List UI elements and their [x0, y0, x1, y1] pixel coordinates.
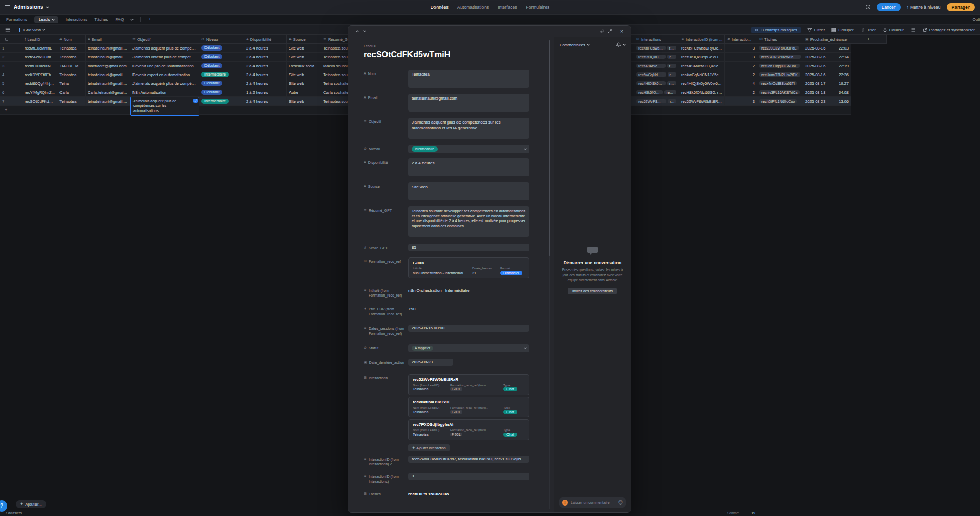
row-number-cell[interactable]: 5	[0, 79, 22, 88]
cell-taches[interactable]: rec5SURSP0lvW8hGE	[757, 53, 803, 61]
cell-taches[interactable]: recx4nOs8B8bg03Tl	[757, 79, 803, 88]
cell-interactions[interactable]: rec4HlQj8k0y5W0w6rec7	[634, 79, 679, 88]
row-number-cell[interactable]: 4	[0, 70, 22, 79]
add-column-button[interactable]: +	[851, 35, 887, 43]
view-picker[interactable]: Grid view	[17, 28, 45, 32]
comment-input[interactable]: ! Laisser un commentaire ☺	[559, 497, 626, 508]
cell-source[interactable]: Site web	[287, 79, 321, 88]
cell-echeance[interactable]: 2025-08-1622:14	[803, 53, 851, 61]
cell-taches[interactable]: recJdhT8gguuGNDaE	[757, 62, 803, 70]
add-interaction-button[interactable]: + Ajouter interaction	[408, 444, 450, 451]
cell-email[interactable]: teinateinauri@gmail.com	[86, 79, 130, 88]
column-header-objectif[interactable]: ≡Objectif	[130, 35, 199, 43]
cell-leadid[interactable]: recteAcWOOmg...	[22, 53, 57, 61]
tab-interfaces[interactable]: Interfaces	[498, 5, 517, 10]
views-sidebar-icon[interactable]	[6, 28, 10, 32]
cell-interactions[interactable]: recs9x3QkDYpGeYOWrecS	[634, 53, 679, 61]
cell-interaction-ids[interactable]: rec52WvF8W0bBt8RxR, recv...	[679, 97, 725, 105]
cell-niveau[interactable]: Intermédiaire	[199, 70, 244, 79]
taches-value[interactable]: rechDiPfL1N60oCuo	[408, 490, 529, 496]
cell-niveau[interactable]: Débutant	[199, 53, 244, 61]
cell-interaction-count[interactable]: 3	[725, 53, 757, 61]
share-button[interactable]: Partager	[947, 3, 975, 11]
cell-niveau[interactable]: Débutant	[199, 44, 244, 52]
bell-icon[interactable]	[616, 42, 621, 47]
interaction-count-input[interactable]: 3	[408, 473, 529, 480]
tab-automatisations[interactable]: Automatisations	[457, 5, 489, 10]
cell-objectif[interactable]: Devenir une pro de l'automatisation	[130, 62, 199, 70]
row-number-cell[interactable]: 1	[0, 44, 22, 52]
cell-interaction-count[interactable]: 2	[725, 62, 757, 70]
cell-interaction-count[interactable]: 2	[725, 70, 757, 79]
invite-collaborators-button[interactable]: Inviter des collaborateurs	[568, 288, 617, 294]
tab-donnees[interactable]: Données	[431, 5, 449, 10]
tab-formulaires[interactable]: Formulaires	[526, 5, 549, 10]
row-number-cell[interactable]: 2	[0, 53, 22, 61]
cell-dispo[interactable]: 2 à 4 heures	[244, 70, 287, 79]
interaction-ids-input[interactable]: rec52WvF8W0bBt8RxR, recv8ktibaH9kTx0l, r…	[408, 456, 529, 463]
tables-menu-icon[interactable]	[131, 18, 134, 21]
cell-dispo[interactable]: 2 à 4 heures	[244, 79, 287, 88]
emoji-icon[interactable]: ☺	[618, 500, 623, 505]
cell-echeance[interactable]: 2025-08-1804:08	[803, 88, 851, 96]
cell-objectif[interactable]: J'aimerais acquérir plus de compétences …	[130, 44, 199, 52]
cell-taches[interactable]: rechDiPfL1N60oCuo	[757, 97, 803, 105]
copy-record-link-button[interactable]	[599, 28, 606, 35]
row-number-cell[interactable]: 7	[0, 97, 22, 105]
cell-email[interactable]: teinateinauri@gmail.com	[86, 53, 130, 61]
cell-niveau[interactable]: Débutant	[199, 62, 244, 70]
filter-button[interactable]: Filtrer	[807, 28, 825, 32]
table-tab-interactions[interactable]: Interactions	[66, 17, 87, 22]
cell-leadid[interactable]: recSOtCdFKd5wT...	[22, 97, 57, 105]
tools-label[interactable]: Outils	[973, 17, 980, 22]
cell-nom[interactable]: TIAORE Max...	[57, 62, 86, 70]
row-number-cell[interactable]: 6	[0, 88, 22, 96]
previous-record-button[interactable]	[354, 28, 361, 35]
cell-interaction-ids[interactable]: recXbFCswbsURyUez, recO...	[679, 44, 725, 52]
cell-taches[interactable]: recUumO3N2lUw2tDK	[757, 70, 803, 79]
cell-objectif[interactable]: J'aimerais acquérir plus de compétences.…	[130, 79, 199, 88]
history-icon[interactable]	[865, 4, 871, 10]
column-header-email[interactable]: AEmail	[86, 35, 130, 43]
cell-source[interactable]: Autre	[287, 88, 321, 96]
cell-interaction-ids[interactable]: recs9x3QkDYpGeYOW, rec...	[679, 53, 725, 61]
cell-nom[interactable]: Teinaotea	[57, 70, 86, 79]
cell-dispo[interactable]: 2 à 4 heures	[244, 97, 287, 105]
objectif-input[interactable]: J'aimerais acquérir plus de compétences …	[408, 118, 529, 139]
cell-interaction-count[interactable]: 4	[725, 79, 757, 88]
cell-nom[interactable]: Teina	[57, 79, 86, 88]
formation-card[interactable]: F-003 Intitulén8n Orchestration - Interm…	[408, 257, 529, 278]
cell-nom[interactable]: Teinaotea	[57, 53, 86, 61]
dispo-input[interactable]: 2 à 4 heures	[408, 158, 529, 176]
cell-interaction-count[interactable]: 3	[725, 97, 757, 105]
column-header-interaction-id[interactable]: ∗InteractionID (from ...	[679, 35, 725, 43]
chevron-down-icon[interactable]	[623, 43, 626, 46]
statut-select[interactable]: À rappeler	[408, 344, 529, 352]
score-gpt-input[interactable]: 85	[408, 244, 529, 251]
cell-leadid[interactable]: recbi86Qg44hjO...	[22, 79, 57, 88]
select-all-cell[interactable]	[0, 35, 22, 43]
cell-email[interactable]: Carla.teinauri@gmail.com	[86, 88, 130, 96]
interaction-card[interactable]: rec7FXOSdjlbgyhsVr Nom (from LeadID)Tein…	[408, 419, 529, 440]
cell-source[interactable]: Site web	[287, 97, 321, 105]
date-derniere-action-input[interactable]: 2025-08-23	[408, 359, 453, 366]
cell-interactions[interactable]: recXbFCswbsURyUezrecO	[634, 44, 679, 52]
launch-button[interactable]: Lancer	[877, 3, 901, 11]
close-record-button[interactable]: ×	[618, 28, 625, 35]
cell-email[interactable]: teinateinauri@gmail.com	[86, 44, 130, 52]
color-button[interactable]: Couleur	[882, 28, 904, 32]
base-title[interactable]: Admissions	[14, 4, 43, 10]
niveau-select[interactable]: Intermédiaire	[408, 145, 529, 153]
hidden-fields-button[interactable]: 3 champs masqués	[751, 27, 800, 33]
cell-objectif[interactable]: N8n Automatisation	[130, 88, 199, 96]
share-sync-button[interactable]: Partager et synchroniser	[923, 28, 975, 32]
table-tab-faq[interactable]: FAQ	[115, 17, 124, 22]
cell-echeance[interactable]: 2025-08-1719:27	[803, 79, 851, 88]
cell-leadid[interactable]: recKDYPFt8FbqV...	[22, 70, 57, 79]
cell-interaction-ids[interactable]: rec4HlQj8k0y5W0w6, rec7...	[679, 79, 725, 88]
cell-taches[interactable]: recnjy3FL16AKBTriCa	[757, 88, 803, 96]
nom-input[interactable]: Teinaotea	[408, 70, 529, 88]
cell-leadid[interactable]: recYfMgRQlmZ...	[22, 88, 57, 96]
comments-dropdown[interactable]: Commentaires	[560, 43, 585, 47]
cell-interaction-ids[interactable]: rec4wGgNdCN1JY5cu, recu...	[679, 70, 725, 79]
